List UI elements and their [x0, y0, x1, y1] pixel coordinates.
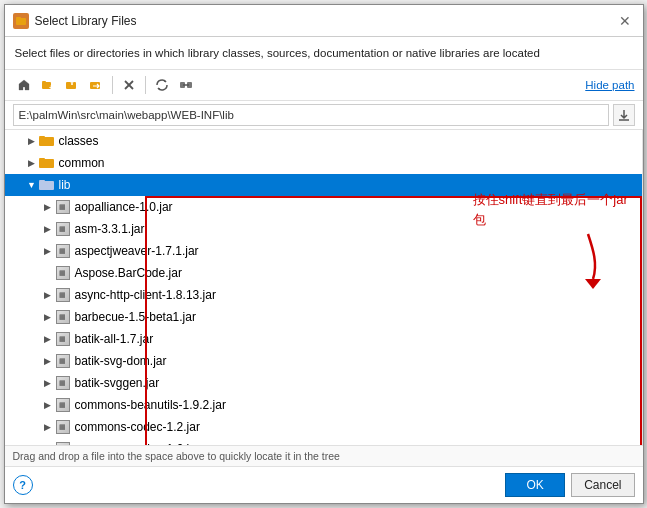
- tree-label-commons-codec-12: commons-codec-1.2.jar: [75, 420, 200, 434]
- tree-label-aspectjweaver: aspectjweaver-1.7.1.jar: [75, 244, 199, 258]
- folder-nav-button[interactable]: [85, 74, 107, 96]
- jar-icon-aspose: ▦: [55, 265, 71, 281]
- ok-button[interactable]: OK: [505, 473, 565, 497]
- svg-rect-17: [39, 181, 54, 190]
- tree-item-aspose[interactable]: ▦ Aspose.BarCode.jar: [5, 262, 642, 284]
- close-button[interactable]: ✕: [615, 11, 635, 31]
- chevron-aspectjweaver: ▶: [41, 244, 55, 258]
- svg-rect-15: [39, 159, 54, 168]
- chevron-asm: ▶: [41, 222, 55, 236]
- tree-label-classes: classes: [59, 134, 99, 148]
- main-area: ▶ classes ▶ common: [5, 130, 643, 445]
- drag-drop-hint: Drag and drop a file into the space abov…: [13, 450, 340, 462]
- chevron-commons-beanutils: ▶: [41, 398, 55, 412]
- tree-item-common[interactable]: ▶ common: [5, 152, 642, 174]
- dialog-title: Select Library Files: [35, 14, 615, 28]
- tree-item-batik-svggen[interactable]: ▶ ▦ batik-svggen.jar: [5, 372, 642, 394]
- jar-icon-batik-all: ▦: [55, 331, 71, 347]
- chevron-lib: ▼: [25, 178, 39, 192]
- refresh-button[interactable]: [151, 74, 173, 96]
- path-download-button[interactable]: [613, 104, 635, 126]
- jar-icon-aopalliance: ▦: [55, 199, 71, 215]
- folder-icon-classes: [39, 133, 55, 149]
- jar-icon-batik-svggen: ▦: [55, 375, 71, 391]
- tree-item-batik-svg-dom[interactable]: ▶ ▦ batik-svg-dom.jar: [5, 350, 642, 372]
- toolbar-sep1: [112, 76, 113, 94]
- tree-item-aspectjweaver[interactable]: ▶ ▦ aspectjweaver-1.7.1.jar: [5, 240, 642, 262]
- tree-item-barbecue[interactable]: ▶ ▦ barbecue-1.5-beta1.jar: [5, 306, 642, 328]
- tree-items-wrapper: ▶ classes ▶ common: [5, 130, 642, 445]
- path-bar: [5, 101, 643, 130]
- jar-icon-batik-svg-dom: ▦: [55, 353, 71, 369]
- chevron-commons-codec-12: ▶: [41, 420, 55, 434]
- jar-icon-commons-codec-16: ▦: [55, 441, 71, 445]
- tree-label-common: common: [59, 156, 105, 170]
- svg-rect-0: [16, 18, 26, 25]
- chevron-barbecue: ▶: [41, 310, 55, 324]
- tree-item-commons-codec-16[interactable]: ▶ ▦ commons-codec-1.6.jar: [5, 438, 642, 445]
- folder-icon-lib: [39, 177, 55, 193]
- svg-rect-18: [39, 180, 45, 182]
- cancel-button[interactable]: Cancel: [571, 473, 634, 497]
- jar-icon-barbecue: ▦: [55, 309, 71, 325]
- tree-label-async: async-http-client-1.8.13.jar: [75, 288, 216, 302]
- toolbar: +: [5, 70, 643, 101]
- tree-item-commons-beanutils[interactable]: ▶ ▦ commons-beanutils-1.9.2.jar: [5, 394, 642, 416]
- svg-rect-1: [16, 17, 21, 19]
- chevron-aopalliance: ▶: [41, 200, 55, 214]
- chevron-classes: ▶: [25, 134, 39, 148]
- tree-item-commons-codec-12[interactable]: ▶ ▦ commons-codec-1.2.jar: [5, 416, 642, 438]
- tree-item-lib[interactable]: ▼ lib: [5, 174, 642, 196]
- link-button[interactable]: [175, 74, 197, 96]
- chevron-aspose: [41, 266, 55, 280]
- svg-rect-16: [39, 158, 45, 160]
- chevron-batik-svg-dom: ▶: [41, 354, 55, 368]
- description-text: Select files or directories in which lib…: [5, 37, 643, 70]
- tree-item-asm[interactable]: ▶ ▦ asm-3.3.1.jar: [5, 218, 642, 240]
- tree-label-lib: lib: [59, 178, 71, 192]
- tree-label-commons-codec-16: commons-codec-1.6.jar: [75, 442, 200, 445]
- select-library-dialog: Select Library Files ✕ Select files or d…: [4, 4, 644, 504]
- folder-icon-common: [39, 155, 55, 171]
- tree-label-barbecue: barbecue-1.5-beta1.jar: [75, 310, 196, 324]
- file-tree[interactable]: ▶ classes ▶ common: [5, 130, 643, 445]
- chevron-batik-all: ▶: [41, 332, 55, 346]
- svg-rect-14: [39, 136, 45, 138]
- tree-label-batik-all: batik-all-1.7.jar: [75, 332, 154, 346]
- delete-button[interactable]: [118, 74, 140, 96]
- svg-rect-13: [39, 137, 54, 146]
- toolbar-sep2: [145, 76, 146, 94]
- jar-items-container: ▶ ▦ aopalliance-1.0.jar ▶ ▦ asm-3.3.1.ja…: [5, 196, 642, 445]
- home-button[interactable]: [13, 74, 35, 96]
- tree-item-async-http[interactable]: ▶ ▦ async-http-client-1.8.13.jar: [5, 284, 642, 306]
- folder-up-button[interactable]: [61, 74, 83, 96]
- tree-item-classes[interactable]: ▶ classes: [5, 130, 642, 152]
- tree-label-asm: asm-3.3.1.jar: [75, 222, 145, 236]
- svg-rect-5: [66, 82, 76, 89]
- svg-rect-3: [42, 81, 46, 83]
- dialog-icon: [13, 13, 29, 29]
- jar-icon-commons-codec-12: ▦: [55, 419, 71, 435]
- chevron-async: ▶: [41, 288, 55, 302]
- chevron-commons-codec-16: ▶: [41, 442, 55, 445]
- bottom-bar: Drag and drop a file into the space abov…: [5, 445, 643, 466]
- jar-icon-asm: ▦: [55, 221, 71, 237]
- bottom-buttons: ? OK Cancel: [5, 466, 643, 503]
- tree-label-batik-svg-dom: batik-svg-dom.jar: [75, 354, 167, 368]
- help-button[interactable]: ?: [13, 475, 33, 495]
- chevron-batik-svggen: ▶: [41, 376, 55, 390]
- path-input[interactable]: [13, 104, 609, 126]
- tree-item-batik-all[interactable]: ▶ ▦ batik-all-1.7.jar: [5, 328, 642, 350]
- new-folder-button[interactable]: +: [37, 74, 59, 96]
- hide-path-link[interactable]: Hide path: [585, 79, 634, 91]
- jar-icon-commons-beanutils: ▦: [55, 397, 71, 413]
- chevron-common: ▶: [25, 156, 39, 170]
- svg-text:+: +: [49, 84, 53, 91]
- title-bar: Select Library Files ✕: [5, 5, 643, 37]
- jar-icon-aspectjweaver: ▦: [55, 243, 71, 259]
- tree-item-aopalliance[interactable]: ▶ ▦ aopalliance-1.0.jar: [5, 196, 642, 218]
- tree-label-aopalliance: aopalliance-1.0.jar: [75, 200, 173, 214]
- tree-label-batik-svggen: batik-svggen.jar: [75, 376, 160, 390]
- tree-label-aspose: Aspose.BarCode.jar: [75, 266, 182, 280]
- tree-label-commons-beanutils: commons-beanutils-1.9.2.jar: [75, 398, 226, 412]
